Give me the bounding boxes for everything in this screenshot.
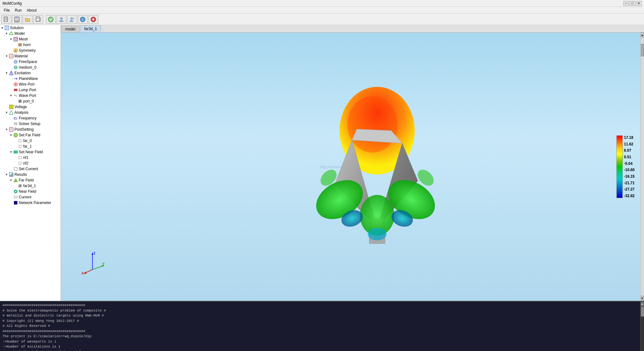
tree-node-port0[interactable]: ▶ port_0 (0, 98, 60, 104)
current-icon (13, 195, 18, 200)
tree-node-far3d1[interactable]: ▶ far3d_1 (0, 183, 60, 189)
voltage-icon: V (9, 104, 14, 109)
console-scroll-thumb[interactable] (641, 307, 644, 317)
tree-arrow-postsetting[interactable]: ▼ (4, 127, 9, 132)
medium0-icon (13, 65, 18, 70)
tree-node-model[interactable]: ▼ Model (0, 31, 60, 36)
toolbar-save[interactable] (12, 15, 22, 24)
tree-arrow-material[interactable]: ▼ (4, 54, 9, 58)
tree-node-results[interactable]: ▼ Results (0, 172, 60, 177)
tree-node-frequency[interactable]: ▶ Frequency (0, 115, 60, 121)
minimize-button[interactable]: ─ (623, 1, 629, 6)
toolbar-user[interactable] (56, 15, 66, 24)
postsetting-icon (9, 127, 14, 132)
tree-node-setfarfield[interactable]: ▼ Set Far Field (0, 132, 60, 138)
tree-node-setcurrent[interactable]: ▶ Set Current (0, 166, 60, 172)
svg-marker-20 (9, 32, 13, 35)
tree-node-waveport[interactable]: ▼ Wave Port (0, 93, 60, 98)
tree-node-lumpport[interactable]: ▶ Lump Port (0, 87, 60, 93)
viewport-scrollbar[interactable]: ▲ ▼ (640, 33, 644, 301)
tree-node-mesh[interactable]: ▼ Mesh (0, 36, 60, 42)
tree-arrow-setfarfield[interactable]: ▼ (9, 133, 13, 137)
tree-node-freespace[interactable]: ▶ FreeSpace (0, 59, 60, 65)
viewport[interactable]: http://antenna.cadfm.me/MoMSolver (61, 33, 644, 301)
tree-node-postsetting[interactable]: ▼ PostSetting (0, 127, 60, 132)
tree-node-excitation[interactable]: ▼ Excitation (0, 70, 60, 76)
menu-run[interactable]: Run (12, 8, 24, 13)
antenna-svg (304, 81, 460, 253)
console-scrollbar[interactable]: ▲ (640, 301, 644, 351)
tab-model[interactable]: model (61, 26, 80, 32)
tree-arrow-solution[interactable]: ▼ (0, 26, 4, 30)
svg-rect-65 (12, 173, 13, 176)
nearfield-icon (13, 189, 18, 194)
tree-node-far0[interactable]: ▶ far_0 (0, 138, 60, 144)
tree-node-planewave[interactable]: ▶ PlaneWave (0, 76, 60, 81)
tree-arrow-mesh[interactable]: ▼ (9, 37, 13, 41)
svg-rect-56 (19, 139, 21, 142)
tree-node-analysis[interactable]: ▼ Analysis (0, 110, 60, 115)
tree-arrow-results[interactable]: ▼ (4, 172, 9, 177)
svg-rect-67 (19, 185, 21, 187)
tree-node-symmetry[interactable]: ▶ S Symmetry (0, 48, 60, 53)
svg-line-89 (92, 266, 103, 270)
tree-arrow-model[interactable]: ▼ (4, 31, 9, 36)
tree-node-material[interactable]: ▼ Material (0, 53, 60, 59)
toolbar-check[interactable] (46, 15, 56, 24)
tree-arrow-waveport[interactable]: ▼ (9, 93, 13, 98)
toolbar-export[interactable] (33, 15, 43, 24)
tree-arrow-analysis[interactable]: ▼ (4, 110, 9, 115)
tree-node-current[interactable]: ▶ Current (0, 194, 60, 200)
svg-point-32 (14, 60, 17, 63)
tree-node-nf2[interactable]: ▶ nf2 (0, 160, 60, 166)
model-icon (9, 31, 14, 36)
results-label: Results (14, 172, 27, 177)
horn-label: horn (23, 43, 31, 47)
planewave-icon (13, 76, 18, 81)
tree-arrow-excitation[interactable]: ▼ (4, 71, 9, 75)
toolbar-stop[interactable] (88, 15, 98, 24)
tree-node-solution[interactable]: ▼ Solution (0, 25, 60, 31)
title-bar-controls: ─ □ ✕ (623, 1, 641, 6)
tree-node-setnearfield[interactable]: ▼ Set Near Field (0, 149, 60, 155)
farfield-label: Far Field (19, 178, 34, 182)
console-scroll-up[interactable]: ▲ (641, 302, 644, 307)
tree-arrow-setnearfield[interactable]: ▼ (9, 150, 13, 154)
tree-arrow-farfield[interactable]: ▼ (9, 178, 13, 182)
svg-point-54 (14, 133, 18, 137)
coordinate-axes: Z Y X (80, 251, 105, 276)
tree-node-wireport[interactable]: ▶ Wire Port (0, 81, 60, 87)
freespace-label: FreeSpace (19, 60, 37, 64)
networkparam-label: Network Parameter (19, 201, 51, 205)
scroll-down-arrow[interactable]: ▼ (641, 296, 644, 301)
tree-node-medium0[interactable]: ▶ medium_0 (0, 65, 60, 70)
tree-node-nearfield[interactable]: ▶ Near Field (0, 189, 60, 194)
tree-node-solversetup[interactable]: ▶ Solver Setup (0, 121, 60, 127)
tree-node-nf1[interactable]: ▶ nf1 (0, 155, 60, 160)
tree-panel: ▼ Solution ▼ Model ▼ (0, 25, 61, 301)
menu-file[interactable]: File (1, 8, 12, 13)
close-button[interactable]: ✕ (636, 1, 641, 6)
main-layout: ▼ Solution ▼ Model ▼ (0, 25, 644, 351)
tree-node-farfield[interactable]: ▼ Far Field (0, 177, 60, 183)
maximize-button[interactable]: □ (630, 1, 635, 6)
toolbar-open[interactable] (23, 15, 33, 24)
menu-about[interactable]: About (24, 8, 39, 13)
console-line-4: # All Rights Reserved # (3, 323, 641, 329)
tree-node-networkparam[interactable]: ▶ Network Parameter (0, 200, 60, 206)
tab-far3d1[interactable]: far3d_1 (80, 25, 101, 32)
svg-rect-49 (14, 123, 17, 125)
far3d1-label: far3d_1 (23, 184, 36, 188)
scroll-thumb[interactable] (641, 44, 644, 56)
tree-node-far1[interactable]: ▶ far_1 (0, 144, 60, 149)
svg-rect-59 (19, 156, 21, 159)
tree-node-horn[interactable]: ▶ horn (0, 42, 60, 48)
scroll-up-arrow[interactable]: ▲ (641, 33, 644, 38)
frequency-icon (13, 116, 18, 121)
tree-node-voltage[interactable]: ▶ V Voltage (0, 104, 60, 110)
toolbar-new[interactable] (1, 15, 11, 24)
toolbar-users[interactable] (67, 15, 77, 24)
legend-value-8: -27.27 (624, 187, 635, 191)
toolbar-info[interactable]: i (78, 15, 88, 24)
farfield-icon (13, 178, 18, 183)
